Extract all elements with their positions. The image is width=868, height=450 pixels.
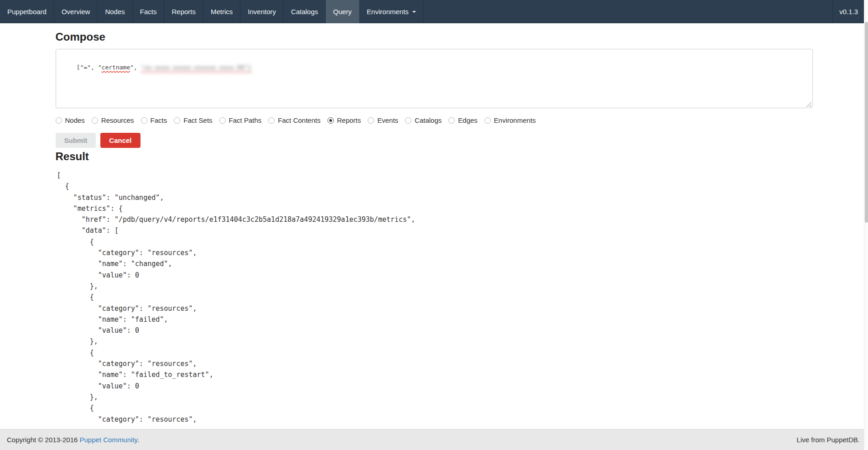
- copyright-suffix: .: [137, 436, 139, 444]
- radio-icon[interactable]: [92, 117, 98, 124]
- main-content: Compose ["=", "certname", "xx-xxxx-xxxxx…: [56, 0, 813, 425]
- navbar-brand[interactable]: Puppetboard: [0, 0, 54, 23]
- radio-selected-icon[interactable]: [327, 117, 334, 124]
- nav-item-query[interactable]: Query: [326, 0, 359, 23]
- navbar-brand-label: Puppetboard: [7, 0, 47, 23]
- radio-label: Nodes: [65, 116, 85, 124]
- nav-item-label: Inventory: [248, 0, 276, 23]
- endpoint-radio-fact-sets[interactable]: Fact Sets: [174, 116, 212, 124]
- nav-item-nodes[interactable]: Nodes: [98, 0, 132, 23]
- nav-item-metrics[interactable]: Metrics: [203, 0, 240, 23]
- endpoint-radio-reports[interactable]: Reports: [327, 116, 361, 124]
- radio-label: Reports: [337, 116, 361, 124]
- endpoint-radio-edges[interactable]: Edges: [448, 116, 478, 124]
- radio-icon[interactable]: [448, 117, 455, 124]
- nav-item-label: Facts: [140, 0, 157, 23]
- textarea-resize-handle[interactable]: [806, 102, 811, 107]
- navbar-spacer: [424, 0, 832, 23]
- nav-item-label: Catalogs: [291, 0, 318, 23]
- radio-label: Catalogs: [415, 116, 442, 124]
- form-actions: Submit Cancel: [56, 133, 813, 148]
- footer-status: Live from PuppetDB.: [797, 436, 860, 444]
- radio-icon[interactable]: [56, 117, 62, 124]
- endpoint-radio-fact-paths[interactable]: Fact Paths: [219, 116, 262, 124]
- nav-item-label: Reports: [172, 0, 196, 23]
- endpoint-radio-group: NodesResourcesFactsFact SetsFact PathsFa…: [56, 116, 813, 124]
- query-text-redacted-value: "xx-xxxx-xxxxx-xxxxxx-xxxx-99"]: [141, 64, 252, 71]
- scrollbar[interactable]: [864, 0, 868, 450]
- result-heading: Result: [56, 151, 813, 162]
- nav-item-reports[interactable]: Reports: [164, 0, 203, 23]
- nav-item-catalogs[interactable]: Catalogs: [284, 0, 326, 23]
- radio-label: Facts: [151, 116, 167, 124]
- scrollbar-thumb[interactable]: [865, 22, 868, 223]
- query-text-certname: certname: [102, 64, 130, 71]
- endpoint-radio-events[interactable]: Events: [368, 116, 398, 124]
- radio-icon[interactable]: [174, 117, 180, 124]
- radio-icon[interactable]: [368, 117, 374, 124]
- radio-label: Fact Paths: [229, 116, 262, 124]
- version-label: v0.1.3: [839, 8, 858, 16]
- nav-item-label: Environments: [367, 0, 409, 23]
- chevron-down-icon: [412, 11, 416, 13]
- radio-icon[interactable]: [268, 117, 275, 124]
- endpoint-radio-resources[interactable]: Resources: [92, 116, 134, 124]
- radio-icon[interactable]: [405, 117, 411, 124]
- top-navbar: Puppetboard OverviewNodesFactsReportsMet…: [0, 0, 868, 23]
- radio-label: Environments: [494, 116, 536, 124]
- endpoint-radio-catalogs[interactable]: Catalogs: [405, 116, 442, 124]
- page-footer: Copyright © 2013-2016 Puppet Community. …: [0, 429, 868, 450]
- radio-label: Fact Sets: [183, 116, 212, 124]
- radio-icon[interactable]: [141, 117, 147, 124]
- radio-label: Events: [377, 116, 398, 124]
- radio-icon[interactable]: [219, 117, 226, 124]
- nav-item-label: Overview: [62, 0, 90, 23]
- query-text-part2: ",: [130, 64, 140, 71]
- query-text-part1: ["=", ": [77, 64, 102, 71]
- nav-item-label: Query: [333, 0, 352, 23]
- nav-item-environments[interactable]: Environments: [359, 0, 424, 23]
- nav-item-overview[interactable]: Overview: [54, 0, 98, 23]
- endpoint-radio-facts[interactable]: Facts: [141, 116, 167, 124]
- endpoint-radio-fact-contents[interactable]: Fact Contents: [268, 116, 320, 124]
- nav-item-facts[interactable]: Facts: [133, 0, 165, 23]
- radio-label: Edges: [458, 116, 478, 124]
- radio-label: Resources: [101, 116, 134, 124]
- puppet-community-link[interactable]: Puppet Community: [80, 436, 137, 444]
- navbar-items: OverviewNodesFactsReportsMetricsInventor…: [54, 0, 424, 23]
- compose-heading: Compose: [56, 31, 813, 43]
- nav-item-inventory[interactable]: Inventory: [240, 0, 284, 23]
- footer-copyright: Copyright © 2013-2016 Puppet Community.: [7, 436, 139, 444]
- version-badge: v0.1.3: [832, 0, 864, 23]
- cancel-button[interactable]: Cancel: [100, 133, 140, 148]
- nav-item-label: Nodes: [105, 0, 125, 23]
- query-textarea[interactable]: ["=", "certname", "xx-xxxx-xxxxx-xxxxxx-…: [56, 49, 813, 108]
- nav-item-label: Metrics: [211, 0, 233, 23]
- radio-label: Fact Contents: [278, 116, 320, 124]
- submit-button[interactable]: Submit: [56, 133, 96, 148]
- copyright-prefix: Copyright © 2013-2016: [7, 436, 80, 444]
- endpoint-radio-environments[interactable]: Environments: [484, 116, 536, 124]
- result-json: [ { "status": "unchanged", "metrics": { …: [56, 170, 813, 425]
- endpoint-radio-nodes[interactable]: Nodes: [56, 116, 85, 124]
- radio-icon[interactable]: [484, 117, 491, 124]
